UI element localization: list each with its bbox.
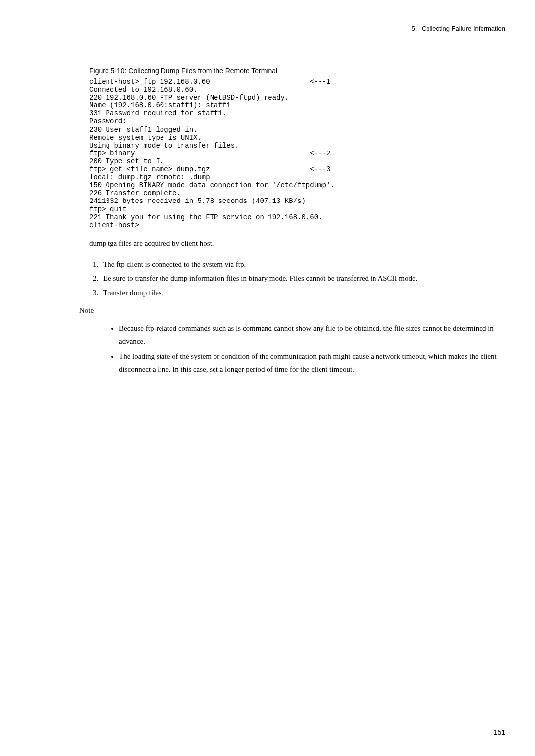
figure-caption: Figure 5-10: Collecting Dump Files from … (89, 67, 505, 75)
step-item: The ftp client is connected to the syste… (100, 257, 505, 272)
code-block: client-host> ftp 192.168.0.60 <---1 Conn… (89, 78, 505, 229)
note-label: Note (79, 306, 505, 315)
note-item: The loading state of the system or condi… (119, 351, 505, 376)
step-item: Be sure to transfer the dump information… (100, 271, 505, 286)
running-header: 5. Collecting Failure Information (30, 25, 505, 32)
chapter-number: 5. (411, 25, 417, 32)
note-item: Because ftp-related commands such as ls … (119, 322, 505, 348)
chapter-title: Collecting Failure Information (422, 25, 505, 32)
steps-list: The ftp client is connected to the syste… (89, 257, 505, 300)
page-number: 151 (494, 728, 505, 736)
step-item: Transfer dump files. (100, 286, 505, 300)
acquired-note: dump.tgz files are acquired by client ho… (89, 238, 505, 249)
notes-list: Because ftp-related commands such as ls … (109, 322, 505, 376)
page-container: 5. Collecting Failure Information Figure… (0, 0, 535, 756)
